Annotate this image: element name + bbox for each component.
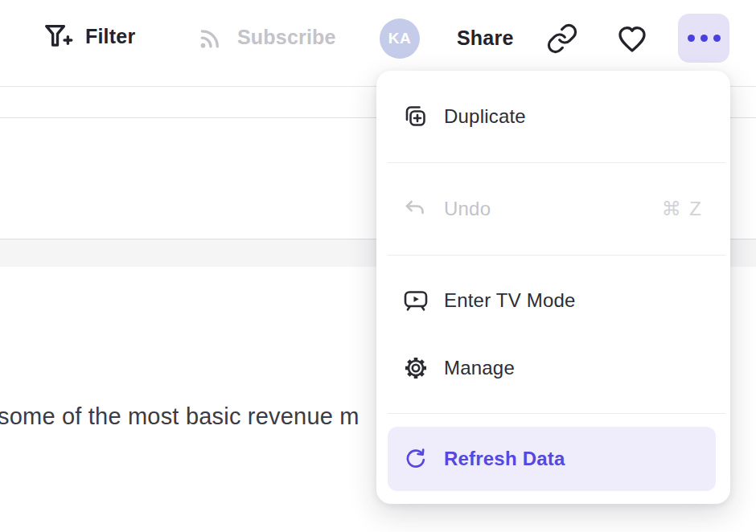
subscribe-button[interactable]: Subscribe [195,22,336,52]
user-avatar[interactable]: KA [380,18,420,59]
undo-arrow-icon [402,196,429,222]
menu-item-label: Enter TV Mode [444,289,576,312]
filter-label: Filter [85,25,135,48]
menu-item-refresh-data[interactable]: Refresh Data [388,427,716,491]
menu-item-label: Manage [444,357,515,379]
tv-mode-icon [402,288,429,313]
duplicate-copy-icon [402,104,429,129]
menu-item-label: Duplicate [444,105,526,128]
share-label: Share [457,27,513,50]
card-paragraph-text: some of the most basic revenue m [0,403,360,430]
ellipsis-dot [688,35,695,42]
link-chain-icon [546,23,578,55]
menu-item-label: Refresh Data [444,448,565,470]
menu-item-label: Undo [444,198,491,220]
subscribe-label: Subscribe [237,26,336,49]
filter-funnel-icon [42,22,74,51]
menu-item-enter-tv-mode[interactable]: Enter TV Mode [376,267,730,334]
gear-icon [402,354,429,382]
filter-button[interactable]: Filter [42,22,135,51]
menu-item-manage[interactable]: Manage [376,334,730,402]
rss-subscribe-icon [195,22,226,52]
share-button[interactable]: Share [457,27,513,50]
app-window: some of the most basic revenue m Filter … [0,0,756,532]
menu-item-duplicate[interactable]: Duplicate [376,84,730,149]
favorite-button[interactable] [616,23,648,54]
more-options-button[interactable] [678,14,729,63]
ellipsis-dot [701,35,708,42]
menu-item-undo[interactable]: Undo ⌘ Z [376,176,730,242]
more-options-dropdown: Duplicate Undo ⌘ Z [376,71,730,504]
copy-link-button[interactable] [546,23,578,55]
heart-icon [616,23,648,54]
refresh-icon [402,447,429,471]
ellipsis-dot [713,35,721,42]
undo-shortcut: ⌘ Z [662,198,703,220]
